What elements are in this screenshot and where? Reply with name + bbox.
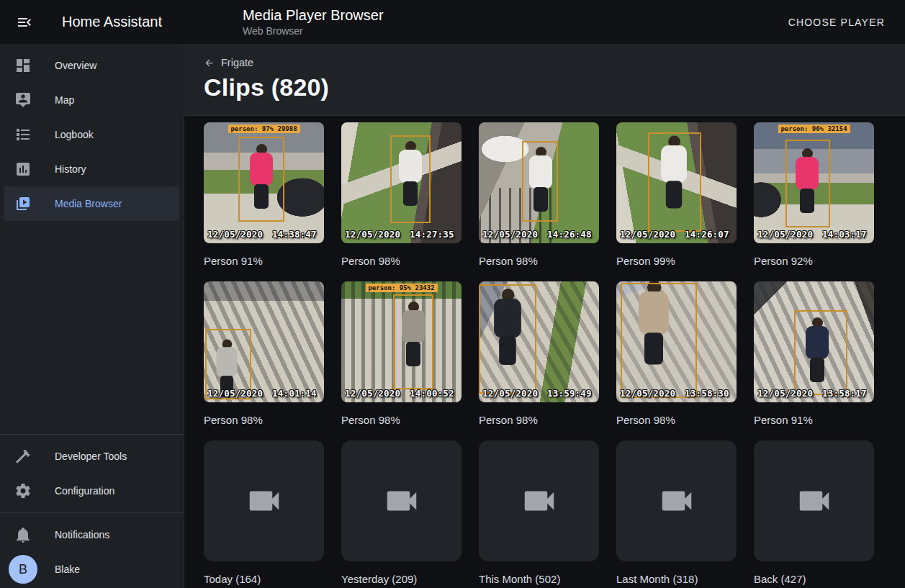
clip-caption: Person 98% — [616, 412, 737, 428]
clip-tile[interactable]: 12/05/2020 13:59:49 Person 98% — [479, 281, 599, 428]
detection-bounding-box — [794, 310, 847, 395]
clip-thumbnail: 12/05/2020 13:58:17 — [754, 281, 874, 402]
sidebar-item-label: Logbook — [55, 129, 94, 140]
folder-thumbnail — [341, 440, 461, 561]
clip-tile[interactable]: 12/05/2020 14:27:35 Person 98% — [341, 122, 461, 268]
gear-icon — [14, 482, 32, 499]
sidebar-item-label: History — [55, 163, 86, 175]
sidebar-spacer — [0, 221, 184, 434]
folder-tile-yesterday[interactable]: Yesterday (209) — [341, 440, 461, 587]
clips-grid: person: 97% 29988 12/05/2020 14:38:47 Pe… — [184, 116, 905, 587]
clip-timestamp: 12/05/2020 14:27:35 — [345, 229, 454, 240]
clip-thumbnail: 12/05/2020 14:26:07 — [616, 122, 737, 243]
sidebar-item-configuration[interactable]: Configuration — [4, 474, 179, 508]
clip-timestamp: 12/05/2020 14:38:47 — [207, 229, 317, 240]
clip-timestamp: 12/05/2020 14:26:07 — [620, 229, 729, 240]
clip-tile[interactable]: person: 96% 32154 12/05/2020 14:03:17 Pe… — [754, 122, 874, 268]
clip-thumbnail: 12/05/2020 14:26:48 — [479, 122, 599, 243]
play-box-multiple-icon — [14, 195, 32, 212]
detection-label: person: 95% 23432 — [365, 284, 437, 292]
sidebar-item-notifications[interactable]: Notifications — [4, 517, 179, 552]
folder-thumbnail — [754, 440, 874, 561]
folder-tile-back[interactable]: Back (427) — [754, 440, 874, 587]
sidebar-item-history[interactable]: History — [4, 152, 179, 186]
detection-bounding-box — [785, 140, 830, 227]
folder-thumbnail — [616, 440, 737, 561]
sidebar-item-user-profile[interactable]: B Blake — [4, 552, 179, 587]
sidebar: Overview Map Logbook History Media Brows… — [0, 44, 184, 588]
clip-tile[interactable]: 12/05/2020 14:01:14 Person 98% — [204, 281, 324, 428]
view-dashboard-icon — [14, 57, 32, 74]
sidebar-item-media-browser[interactable]: Media Browser — [4, 186, 179, 221]
clip-tile[interactable]: 12/05/2020 13:58:30 Person 98% — [616, 281, 737, 428]
sidebar-item-label: Developer Tools — [55, 451, 127, 462]
clip-tile[interactable]: person: 95% 23432 12/05/2020 14:00:52 Pe… — [341, 281, 461, 428]
sidebar-item-logbook[interactable]: Logbook — [4, 117, 179, 152]
sidebar-item-label: Map — [55, 94, 74, 106]
clip-tile[interactable]: 12/05/2020 14:26:07 Person 99% — [616, 122, 737, 268]
page-title: Clips (820) — [204, 73, 905, 101]
clip-tile[interactable]: 12/05/2020 13:58:17 Person 91% — [754, 281, 874, 428]
clip-thumbnail: 12/05/2020 13:58:30 — [616, 281, 737, 402]
clip-thumbnail: 12/05/2020 14:01:14 — [204, 281, 324, 402]
video-camera-icon — [657, 481, 696, 520]
folder-caption: Yesterday (209) — [341, 571, 461, 587]
list-icon — [14, 126, 32, 143]
arrow-left-icon — [204, 58, 221, 68]
clip-tile[interactable]: person: 97% 29988 12/05/2020 14:38:47 Pe… — [204, 122, 324, 268]
app-title: Home Assistant — [62, 14, 162, 30]
folder-tile-last-month[interactable]: Last Month (318) — [616, 440, 737, 587]
page-heading-block: Media Player Browser Web Browser — [243, 6, 384, 37]
menu-open-icon — [16, 14, 33, 31]
clip-timestamp: 12/05/2020 13:59:49 — [482, 388, 592, 399]
chart-box-icon — [14, 160, 32, 178]
hammer-icon — [14, 448, 32, 465]
page-subheading: Web Browser — [243, 24, 384, 37]
clip-caption: Person 98% — [479, 253, 599, 268]
detection-label: person: 96% 32154 — [778, 125, 850, 133]
video-camera-icon — [520, 481, 559, 520]
clip-caption: Person 98% — [204, 412, 324, 428]
detection-bounding-box — [393, 294, 433, 389]
sidebar-toggle-button[interactable] — [10, 8, 39, 37]
folder-caption: Last Month (318) — [616, 571, 737, 587]
breadcrumb-label: Frigate — [221, 57, 253, 68]
sidebar-item-developer-tools[interactable]: Developer Tools — [4, 439, 179, 474]
folder-tile-this-month[interactable]: This Month (502) — [479, 440, 599, 587]
page-heading: Media Player Browser — [243, 6, 384, 24]
sidebar-item-label: Overview — [55, 60, 96, 71]
sidebar-item-overview[interactable]: Overview — [4, 48, 179, 83]
sidebar-item-label: Configuration — [55, 485, 114, 497]
clip-thumbnail: 12/05/2020 13:59:49 — [479, 281, 599, 402]
choose-player-button[interactable]: CHOOSE PLAYER — [783, 11, 891, 34]
clip-timestamp: 12/05/2020 13:58:17 — [757, 388, 867, 399]
clip-timestamp: 12/05/2020 14:00:52 — [345, 388, 454, 399]
folder-caption: This Month (502) — [479, 571, 599, 587]
detection-bounding-box — [648, 132, 701, 232]
clip-caption: Person 92% — [754, 253, 874, 268]
clip-timestamp: 12/05/2020 13:58:30 — [620, 388, 729, 399]
clip-caption: Person 98% — [341, 253, 461, 268]
folder-tile-today[interactable]: Today (164) — [204, 440, 324, 587]
clip-tile[interactable]: 12/05/2020 14:26:48 Person 98% — [479, 122, 599, 268]
video-camera-icon — [245, 481, 284, 520]
clip-thumbnail: person: 96% 32154 12/05/2020 14:03:17 — [754, 122, 874, 243]
clip-timestamp: 12/05/2020 14:03:17 — [757, 229, 867, 240]
clip-thumbnail: person: 95% 23432 12/05/2020 14:00:52 — [341, 281, 461, 402]
detection-bounding-box — [522, 141, 558, 222]
clip-timestamp: 12/05/2020 14:26:48 — [482, 229, 592, 240]
clip-caption: Person 99% — [616, 253, 737, 268]
sidebar-item-map[interactable]: Map — [4, 83, 179, 117]
clip-caption: Person 91% — [754, 412, 874, 428]
sidebar-item-label: Notifications — [55, 529, 109, 540]
clip-caption: Person 98% — [479, 412, 599, 428]
detection-bounding-box — [621, 283, 697, 398]
breadcrumb-back[interactable]: Frigate — [204, 57, 253, 68]
clip-thumbnail: person: 97% 29988 12/05/2020 14:38:47 — [204, 122, 324, 243]
video-camera-icon — [382, 481, 421, 520]
user-name: Blake — [55, 564, 80, 575]
sidebar-item-label: Media Browser — [55, 198, 122, 209]
folder-thumbnail — [479, 440, 599, 561]
clip-caption: Person 91% — [204, 253, 324, 268]
user-avatar: B — [9, 555, 37, 584]
